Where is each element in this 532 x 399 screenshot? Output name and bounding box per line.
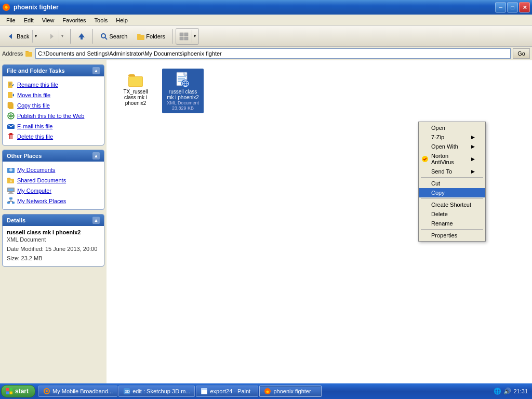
task-email[interactable]: E-mail this file — [5, 121, 102, 131]
toolbar: Back ▾ ▾ Search Folders — [0, 26, 532, 47]
file-tasks-header[interactable]: File and Folder Tasks ▲ — [3, 65, 104, 76]
task-copy-label: Copy this file — [17, 102, 50, 109]
other-places-body: My Documents Shared Documents My Compute… — [3, 162, 104, 209]
left-panel: File and Folder Tasks ▲ Rename this file… — [0, 60, 107, 383]
svg-rect-38 — [129, 77, 142, 86]
other-places-title: Other Places — [7, 153, 42, 159]
details-date-label: Date Modified: — [7, 246, 45, 252]
back-dropdown[interactable]: ▾ — [32, 30, 39, 43]
ctx-properties[interactable]: Properties — [419, 231, 485, 240]
svg-rect-29 — [9, 192, 12, 193]
ctx-createshortcut-label: Create Shortcut — [431, 202, 471, 208]
svg-rect-4 — [180, 33, 183, 36]
ctx-norton[interactable]: Norton AntiVirus ▶ — [419, 151, 485, 167]
ctx-cut[interactable]: Cut — [419, 179, 485, 188]
task-move[interactable]: Move this file — [5, 90, 102, 100]
norton-icon — [421, 155, 429, 163]
taskbar-phoenix-label: phoenix fighter — [273, 388, 311, 394]
ctx-delete[interactable]: Delete — [419, 209, 485, 219]
ctx-copy[interactable]: Copy — [419, 188, 485, 197]
other-mydocs-label: My Documents — [17, 167, 55, 173]
ctx-7zip[interactable]: 7-Zip ▶ — [419, 132, 485, 142]
windows-logo — [6, 388, 13, 395]
main-area: File and Folder Tasks ▲ Rename this file… — [0, 60, 532, 383]
back-button[interactable]: Back ▾ — [2, 28, 41, 45]
xml-file-subtext: XML Document — [167, 100, 199, 105]
titlebar: phoenix fighter ─ □ ✕ — [0, 0, 532, 15]
maximize-button[interactable]: □ — [507, 2, 518, 12]
ctx-sendto[interactable]: Send To ▶ — [419, 167, 485, 176]
back-icon — [7, 32, 15, 41]
file-item-folder[interactable]: TX_russell class mk i phoenix2 — [115, 69, 156, 109]
file-item-xml[interactable]: russell class mk i phoenix2 XML Document… — [162, 69, 204, 113]
tray-time: 21:31 — [513, 388, 528, 394]
menu-view[interactable]: View — [38, 16, 59, 24]
svg-rect-20 — [9, 133, 12, 134]
minimize-button[interactable]: ─ — [495, 2, 506, 12]
svg-line-2 — [105, 37, 107, 39]
folders-button[interactable]: Folders — [133, 30, 169, 43]
svg-rect-59 — [202, 390, 207, 394]
search-button[interactable]: Search — [96, 30, 131, 43]
file-tasks-title: File and Folder Tasks — [7, 68, 65, 74]
taskbar-broadband[interactable]: My Mobile Broadband... — [38, 385, 117, 397]
details-header[interactable]: Details ▲ — [3, 215, 104, 226]
views-button[interactable]: ▾ — [176, 28, 199, 45]
rename-icon — [7, 81, 15, 89]
menu-edit[interactable]: Edit — [20, 16, 38, 24]
toolbar-separator — [70, 29, 71, 44]
other-places-collapse[interactable]: ▲ — [92, 152, 100, 159]
taskbar-broadband-label: My Mobile Broadband... — [52, 388, 113, 394]
window-icon — [2, 3, 10, 11]
menu-tools[interactable]: Tools — [90, 16, 112, 24]
up-button[interactable] — [74, 30, 89, 43]
svg-rect-8 — [25, 52, 32, 57]
details-collapse[interactable]: ▲ — [92, 217, 100, 224]
address-go-button[interactable]: Go — [513, 48, 530, 59]
task-copy[interactable]: Copy this file — [5, 100, 102, 111]
task-rename[interactable]: Rename this file — [5, 79, 102, 90]
other-places-header[interactable]: Other Places ▲ — [3, 150, 104, 162]
taskbar-paint-label: export24 - Paint — [210, 388, 250, 394]
other-mycomputer[interactable]: My Computer — [5, 185, 102, 196]
task-delete[interactable]: Delete this file — [5, 131, 102, 142]
taskbar-sketchup[interactable]: 3D edit : Sketchup 3D m... — [118, 385, 195, 397]
ctx-open[interactable]: Open — [419, 123, 485, 132]
ctx-7zip-arrow: ▶ — [471, 135, 475, 140]
paint-icon — [201, 388, 208, 395]
search-label: Search — [109, 33, 127, 39]
forward-button[interactable]: ▾ — [43, 28, 67, 45]
svg-line-36 — [11, 201, 13, 202]
other-shareddocs[interactable]: Shared Documents — [5, 175, 102, 185]
ctx-cut-label: Cut — [431, 180, 440, 187]
start-button[interactable]: start — [1, 385, 35, 397]
menu-file[interactable]: File — [2, 16, 20, 24]
svg-rect-50 — [6, 388, 9, 391]
task-publish[interactable]: Publish this file to the Web — [5, 111, 102, 121]
svg-point-55 — [46, 390, 48, 392]
other-mynetwork[interactable]: My Network Places — [5, 196, 102, 206]
forward-dropdown[interactable]: ▾ — [59, 30, 65, 43]
views-dropdown[interactable]: ▾ — [192, 30, 197, 43]
ctx-rename[interactable]: Rename — [419, 219, 485, 228]
menu-help[interactable]: Help — [112, 16, 132, 24]
close-button[interactable]: ✕ — [519, 2, 530, 12]
ctx-properties-label: Properties — [431, 232, 457, 238]
menu-favorites[interactable]: Favorites — [58, 16, 90, 24]
file-area[interactable]: TX_russell class mk i phoenix2 — [107, 60, 532, 383]
taskbar-phoenix[interactable]: phoenix fighter — [259, 385, 322, 397]
taskbar-paint[interactable]: export24 - Paint — [196, 385, 258, 397]
svg-text:3D: 3D — [125, 389, 130, 394]
ctx-openwith[interactable]: Open With ▶ — [419, 142, 485, 151]
address-input[interactable]: C:\Documents and Settings\Administrator\… — [35, 48, 511, 59]
view-grid-icon — [179, 32, 190, 41]
ctx-createshortcut[interactable]: Create Shortcut — [419, 200, 485, 209]
file-tasks-collapse[interactable]: ▲ — [92, 67, 100, 74]
tray-sound-icon: 🔊 — [503, 388, 511, 395]
toolbar-separator3 — [172, 29, 172, 44]
folders-label: Folders — [146, 33, 165, 39]
shareddocs-icon — [7, 176, 15, 184]
ctx-copy-label: Copy — [431, 190, 445, 196]
details-size-label: Size: — [7, 255, 21, 261]
other-mydocs[interactable]: My Documents — [5, 165, 102, 175]
